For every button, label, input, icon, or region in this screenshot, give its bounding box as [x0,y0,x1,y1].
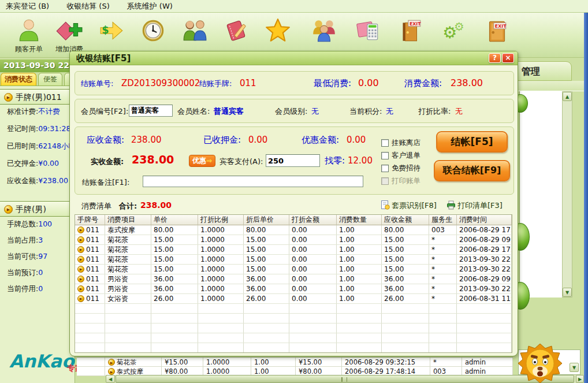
checkbox-icon[interactable] [381,165,389,172]
dialog-title-bar[interactable]: 收银结账[F5] ? × [70,51,518,65]
consumption-row[interactable]: ▶011泰式按摩80.001.000080.000.001.0080.00003… [75,225,512,235]
consumption-row[interactable]: ▶011男浴资36.001.000036.000.001.0036.00*200… [75,274,512,284]
total-label: 合计: [119,201,137,211]
stat-row: 当前可供:97 [7,252,75,262]
cell: 0.00 [289,255,337,264]
column-header: 应收金额 [382,215,429,225]
consume-amount-value: 238.00 [451,77,483,88]
cell: 26.00 [382,294,429,303]
coupon-button[interactable]: 优惠⇒ [189,155,215,167]
toolbar-consumption-entry[interactable] [217,17,255,44]
row-marker-icon: ▶ [77,256,84,263]
toolbar-exit-system[interactable]: EXIT [478,17,516,44]
notebook-icon [223,17,250,44]
cell [198,333,244,343]
document-icon [381,200,390,210]
cell: 80.00 [151,225,198,235]
cell: ▶011 [75,235,105,244]
vertical-scrollbar[interactable] [562,91,572,298]
scrollbar-thumb[interactable] [116,375,574,383]
cell: 80.00 [244,225,289,235]
settle-option-0[interactable]: 挂账离店 [381,138,420,147]
settle-button[interactable]: 结帐[F5] [436,131,508,153]
cell [75,333,105,343]
exit-door-icon: EXIT [397,17,423,44]
card-no-label: 结账手牌: [199,79,232,89]
consumption-row[interactable]: ▶011女浴资26.001.000026.000.001.0026.00*200… [75,294,512,304]
application-window: 来宾登记 (B) 收银结算 (S) 系统维护 (W) 顾客开单 增加消费 $ [0,0,588,383]
toolbar-guest-exit[interactable]: EXIT [391,17,429,44]
cell: 26.00 [151,294,198,303]
member-no-input[interactable] [129,105,173,117]
toolbar-timing[interactable] [134,17,172,44]
cell: 1.00 [337,284,382,293]
scroll-up-icon[interactable]: ▲ [563,92,572,101]
cell: 1.00 [337,235,382,244]
scroll-left-icon[interactable]: ◀ [106,375,115,383]
cell: 2006-08-29 09: [457,235,512,244]
cell [151,314,198,323]
consumption-row[interactable]: ▶011男浴资36.001.000036.000.001.0036.00*201… [75,284,512,294]
tab-consumption-status[interactable]: 消费状态 [1,73,36,85]
consumption-row[interactable]: ▶011菊花茶15.001.000015.000.001.0015.00*200… [75,235,512,245]
member-name-value: 普通宾客 [214,106,244,117]
stat-row: 当前停用:0 [7,284,75,295]
cell: 15.00 [244,255,289,264]
menu-guest-register[interactable]: 来宾登记 (B) [6,1,49,12]
datetime-bar: 2013-09-30 22:11 [0,60,75,72]
toolbar-checkout[interactable]: $ [92,17,131,44]
horizontal-scrollbar[interactable] [106,375,584,383]
toolbar-accounts[interactable] [349,17,388,44]
guest-pay-input[interactable] [266,154,320,167]
help-icon[interactable]: ? [489,53,501,63]
joint-settle-button[interactable]: 联合结帐[F9] [434,160,510,181]
cell: 15.00 [244,265,289,274]
scroll-right-icon[interactable]: ▶ [576,375,584,383]
cell: 0.00 [289,265,337,274]
guest-pay-label: 宾客支付(A): [219,157,263,167]
print-list-button[interactable]: 打印清单[F3] [446,200,503,211]
toolbar-staff[interactable] [305,17,343,44]
consumption-row[interactable]: ▶011菊花茶15.001.000015.000.001.0015.00*201… [75,255,512,265]
checkbox-icon[interactable] [381,152,389,159]
settle-option-2[interactable]: 免费招待 [381,163,420,173]
tab-memo[interactable]: 便签 [38,73,62,85]
column-header: 折后单价 [244,215,289,225]
cell: ▶011 [75,255,105,264]
menu-bar: 来宾登记 (B) 收银结算 (S) 系统维护 (W) [0,0,588,13]
background-table-row: ▶菊花茶¥15.001.00001.00¥15.002006-08-29 09:… [77,358,513,367]
scroll-down-icon[interactable]: ▼ [570,363,579,372]
column-header: 打折金额 [289,215,337,225]
cell [382,304,429,313]
cell: 36.00 [151,274,198,284]
toolbar-customer-open-bill[interactable]: 顾客开单 [10,17,48,54]
svg-text:EXIT: EXIT [410,21,421,27]
consumption-row[interactable]: ▶011菊花茶15.001.000015.000.001.0015.00*201… [75,265,512,274]
checkbox-icon[interactable] [381,139,389,147]
cell: 1.0000 [198,284,244,293]
scroll-down-icon[interactable]: ▼ [563,288,572,297]
cell: * [429,284,457,293]
checkbox-icon[interactable] [381,177,389,185]
gears-icon: ⚙ ⚙ [442,17,468,44]
menu-cashier-settle[interactable]: 收银结算 (S) [66,1,110,12]
coupon-arrow-icon: ⇒ [206,157,212,165]
toolbar-favorites[interactable] [259,17,297,44]
ticket-recognize-button[interactable]: 套票识别[F8] [381,200,437,211]
card-summary-list: 手牌总数:100当前占用:3当前可供:97当前预订:0当前停用:0 [7,220,75,300]
cell: 1.00 [337,255,382,264]
toolbar-members[interactable] [176,17,214,44]
menu-system-maintain[interactable]: 系统维护 (W) [127,1,173,12]
cell [77,358,105,367]
consumption-row[interactable]: ▶011菊花茶15.001.000015.000.001.0015.00*200… [75,245,512,255]
toolbar-add-consumption[interactable]: 增加消费 [50,17,88,54]
settle-option-3[interactable]: 打印账单 [381,176,420,185]
bill-no-label: 结账单号: [81,79,113,89]
cell [382,343,429,352]
toolbar-settings[interactable]: ⚙ ⚙ [436,17,474,44]
remark-input[interactable] [143,176,363,187]
cell [77,367,105,376]
settle-option-1[interactable]: 客户退单 [381,151,420,160]
close-icon[interactable]: × [502,53,514,63]
stat-row: 已交押金:¥0.00 [7,159,75,169]
